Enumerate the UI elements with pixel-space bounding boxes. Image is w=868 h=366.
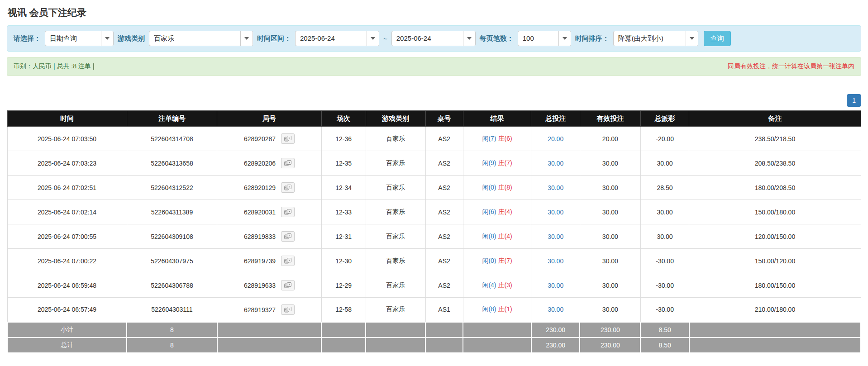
subtotal-row: 小计 8 230.00 230.00 8.50 bbox=[7, 322, 861, 337]
total-bet-link[interactable]: 30.00 bbox=[548, 233, 563, 240]
cell-game-type: 百家乐 bbox=[366, 273, 425, 298]
column-header: 有效投注 bbox=[580, 111, 640, 127]
result-banker: 庄(3) bbox=[498, 281, 512, 289]
cell-game-type: 百家乐 bbox=[366, 200, 425, 224]
cell-session: 12-29 bbox=[321, 273, 366, 298]
table-row: 2025-06-24 07:00:55 522604309108 6289198… bbox=[7, 224, 861, 249]
cell-session: 12-58 bbox=[321, 298, 366, 322]
cell-payout: -30.00 bbox=[640, 249, 689, 273]
query-type-value: 日期查询 bbox=[45, 31, 101, 46]
cell-total-bet: 30.00 bbox=[531, 151, 580, 176]
dice-icon bbox=[284, 282, 291, 288]
cell-payout: -30.00 bbox=[640, 273, 689, 298]
round-detail-button[interactable] bbox=[281, 133, 295, 144]
footer-empty-cell bbox=[425, 322, 463, 337]
pagination-page-1-button[interactable]: 1 bbox=[847, 94, 861, 107]
date-to-select[interactable]: 2025-06-24 bbox=[391, 31, 476, 46]
total-row: 总计 8 230.00 230.00 8.50 bbox=[7, 337, 861, 353]
subtotal-count: 8 bbox=[127, 322, 217, 337]
footer-empty-cell bbox=[321, 322, 366, 337]
footer-empty-cell bbox=[366, 322, 425, 337]
total-bet-link[interactable]: 30.00 bbox=[548, 184, 563, 191]
cell-game-type: 百家乐 bbox=[366, 176, 425, 200]
round-detail-button[interactable] bbox=[281, 207, 295, 217]
table-footer: 小计 8 230.00 230.00 8.50 总计 8 23 bbox=[7, 322, 861, 353]
range-separator: ~ bbox=[383, 35, 387, 43]
chevron-down-icon bbox=[240, 31, 253, 46]
cell-session: 12-35 bbox=[321, 151, 366, 176]
cell-total-bet: 30.00 bbox=[531, 273, 580, 298]
cell-session: 12-36 bbox=[321, 127, 366, 151]
cell-table-no: AS2 bbox=[425, 224, 463, 249]
subtotal-payout: 8.50 bbox=[640, 322, 689, 337]
round-id: 628920129 bbox=[244, 184, 276, 191]
cell-payout: -20.00 bbox=[640, 127, 689, 151]
round-detail-button[interactable] bbox=[281, 182, 295, 193]
round-detail-button[interactable] bbox=[281, 158, 295, 168]
sort-label: 时间排序： bbox=[575, 34, 609, 43]
round-id: 628920287 bbox=[244, 135, 276, 143]
total-bet-link[interactable]: 30.00 bbox=[548, 257, 563, 265]
search-button[interactable]: 查询 bbox=[704, 31, 731, 46]
cell-result: 闲(8)庄(4) bbox=[463, 224, 531, 249]
cell-bet-id: 522604312522 bbox=[127, 176, 217, 200]
query-type-select[interactable]: 日期查询 bbox=[45, 31, 114, 46]
dice-icon bbox=[284, 160, 291, 166]
cell-round: 628919327 bbox=[217, 298, 321, 322]
cell-time: 2025-06-24 06:59:48 bbox=[7, 273, 127, 298]
cell-result: 闲(6)庄(4) bbox=[463, 200, 531, 224]
cell-round: 628919633 bbox=[217, 273, 321, 298]
cell-bet-id: 522604314708 bbox=[127, 127, 217, 151]
total-label: 总计 bbox=[7, 337, 127, 353]
cell-result: 闲(0)庄(8) bbox=[463, 176, 531, 200]
game-type-select[interactable]: 百家乐 bbox=[149, 31, 253, 46]
page-size-select[interactable]: 100 bbox=[518, 31, 571, 46]
cell-bet-id: 522604309108 bbox=[127, 224, 217, 249]
cell-note: 210.00/180.00 bbox=[689, 298, 861, 322]
footer-empty-cell bbox=[217, 337, 321, 353]
round-detail-button[interactable] bbox=[281, 231, 295, 242]
cell-time: 2025-06-24 07:02:14 bbox=[7, 200, 127, 224]
cell-valid-bet: 30.00 bbox=[580, 298, 640, 322]
summary-bar: 币别：人民币 | 总共 :8 注单 | 同局有效投注，统一计算在该局第一张注单内 bbox=[7, 57, 861, 76]
result-player: 闲(4) bbox=[482, 281, 496, 289]
total-payout: 8.50 bbox=[640, 337, 689, 353]
cell-total-bet: 30.00 bbox=[531, 298, 580, 322]
cell-round: 628919739 bbox=[217, 249, 321, 273]
round-detail-button[interactable] bbox=[281, 280, 295, 290]
total-bet-link[interactable]: 30.00 bbox=[548, 209, 563, 216]
total-bet-link[interactable]: 30.00 bbox=[548, 282, 563, 289]
cell-bet-id: 522604303111 bbox=[127, 298, 217, 322]
cell-game-type: 百家乐 bbox=[366, 224, 425, 249]
cell-valid-bet: 30.00 bbox=[580, 176, 640, 200]
cell-session: 12-34 bbox=[321, 176, 366, 200]
sort-select[interactable]: 降冪(由大到小) bbox=[613, 31, 698, 46]
column-header: 场次 bbox=[321, 111, 366, 127]
total-total-bet: 230.00 bbox=[531, 337, 580, 353]
result-banker: 庄(8) bbox=[498, 184, 512, 191]
round-detail-button[interactable] bbox=[281, 256, 295, 266]
cell-payout: 28.50 bbox=[640, 176, 689, 200]
cell-round: 628919833 bbox=[217, 224, 321, 249]
cell-time: 2025-06-24 07:03:23 bbox=[7, 151, 127, 176]
cell-total-bet: 30.00 bbox=[531, 200, 580, 224]
cell-valid-bet: 20.00 bbox=[580, 127, 640, 151]
round-detail-button[interactable] bbox=[281, 304, 295, 315]
column-header: 时间 bbox=[7, 111, 127, 127]
subtotal-valid-bet: 230.00 bbox=[580, 322, 640, 337]
result-player: 闲(0) bbox=[482, 184, 496, 191]
date-from-select[interactable]: 2025-06-24 bbox=[295, 31, 379, 46]
footer-empty-cell bbox=[366, 337, 425, 353]
total-bet-link[interactable]: 30.00 bbox=[548, 160, 563, 167]
column-header: 总派彩 bbox=[640, 111, 689, 127]
result-banker: 庄(6) bbox=[498, 135, 512, 142]
cell-bet-id: 522604306788 bbox=[127, 273, 217, 298]
table-row: 2025-06-24 07:03:50 522604314708 6289202… bbox=[7, 127, 861, 151]
dice-icon bbox=[284, 185, 291, 190]
total-bet-link[interactable]: 30.00 bbox=[548, 306, 563, 313]
chevron-down-icon bbox=[101, 31, 113, 46]
cell-bet-id: 522604307975 bbox=[127, 249, 217, 273]
total-bet-link[interactable]: 20.00 bbox=[548, 135, 563, 143]
footer-empty-cell bbox=[463, 322, 531, 337]
table-row: 2025-06-24 07:02:14 522604311389 6289200… bbox=[7, 200, 861, 224]
